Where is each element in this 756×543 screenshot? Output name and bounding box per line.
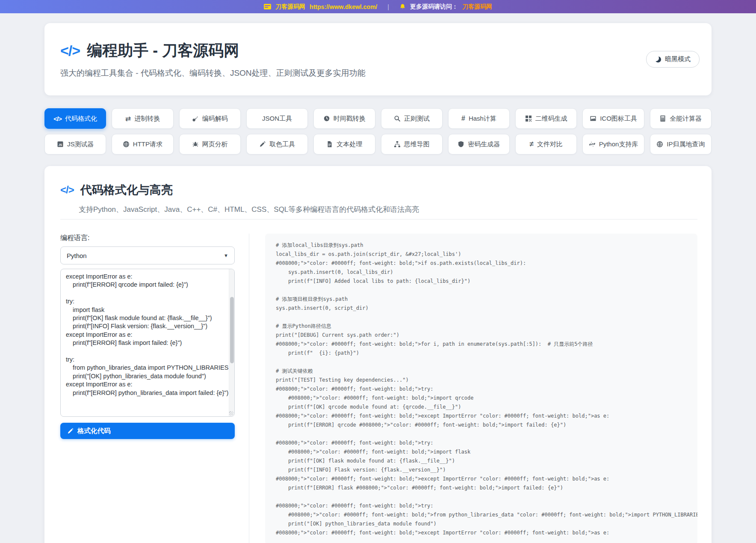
header-card: </> 编程助手 - 刀客源码网 强大的编程工具集合 - 代码格式化、编码转换、… [44, 23, 712, 95]
moon-icon [655, 56, 661, 62]
not-equal-icon: ≠ [530, 140, 534, 148]
tab-file-diff[interactable]: ≠ 文件对比 [515, 134, 577, 154]
tab-color-picker[interactable]: 取色工具 [246, 134, 308, 154]
page-title: 编程助手 - 刀客源码网 [87, 40, 239, 61]
top-banner: 刀客源码网 https://www.dkewl.com/ | 更多源码请访问： … [0, 0, 756, 13]
banner-more-link[interactable]: 刀客源码网 [462, 3, 492, 11]
tab-label: 文件对比 [537, 140, 563, 148]
tab-label: 代码格式化 [65, 115, 97, 123]
dark-mode-label: 暗黑模式 [665, 55, 691, 63]
resize-handle-icon[interactable] [229, 411, 233, 415]
tab-label: 进制转换 [134, 115, 160, 123]
tab-label: 思维导图 [404, 140, 430, 148]
exchange-icon: ⇄ [125, 115, 131, 123]
tab-code-format[interactable]: </> 代码格式化 [44, 108, 106, 129]
banner-site-name: 刀客源码网 [275, 3, 305, 11]
pen-icon [67, 428, 74, 434]
tab-encode-decode[interactable]: 编码解码 [179, 108, 241, 129]
format-code-button[interactable]: 格式化代码 [60, 423, 235, 439]
spider-icon [192, 141, 199, 148]
tab-label: JSON工具 [262, 115, 292, 123]
tab-label: ICO图标工具 [600, 115, 637, 123]
tab-label: JS测试器 [67, 140, 94, 148]
tab-js-tester[interactable]: JS JS测试器 [44, 134, 106, 154]
tab-regex-test[interactable]: 正则测试 [381, 108, 443, 129]
code-input-wrap: except ImportError as e: print(f"[ERROR]… [60, 269, 235, 417]
tab-label: 网页分析 [202, 140, 228, 148]
page-subtitle: 强大的编程工具集合 - 代码格式化、编码转换、JSON处理、正则测试及更多实用功… [60, 68, 366, 79]
tab-hash-calc[interactable]: # Hash计算 [448, 108, 510, 129]
svg-text:JS: JS [59, 143, 62, 146]
sitemap-icon [394, 141, 401, 148]
image-icon [590, 115, 597, 122]
dark-mode-button[interactable]: 暗黑模式 [646, 51, 700, 68]
tool-title: 代码格式化与高亮 [80, 182, 173, 198]
output-column: # 添加local_libs目录到sys.path local_libs_dir… [265, 234, 697, 543]
tab-web-analyze[interactable]: 网页分析 [179, 134, 241, 154]
tab-json-tools[interactable]: JSON工具 [246, 108, 308, 129]
chevron-down-icon: ▼ [224, 253, 228, 258]
formatted-code-output: # 添加local_libs目录到sys.path local_libs_dir… [276, 241, 687, 537]
code-icon: </> [60, 184, 74, 196]
tab-label: 编码解码 [202, 115, 228, 123]
output-panel: # 添加local_libs目录到sys.path local_libs_dir… [265, 234, 697, 543]
editor-column: 编程语言: Python ▼ except ImportError as e: … [60, 234, 235, 543]
eyedropper-icon [259, 141, 266, 148]
tab-qrcode[interactable]: 二维码生成 [515, 108, 577, 129]
tab-label: 取色工具 [269, 140, 295, 148]
tab-label: Python支持库 [599, 140, 638, 148]
vertical-divider [249, 234, 249, 543]
tool-tabs: </> 代码格式化 ⇄ 进制转换 编码解码 JSON工具 时间戳转换 正则测试 … [44, 108, 712, 154]
tab-calculator[interactable]: 全能计算器 [650, 108, 712, 129]
code-input[interactable]: except ImportError as e: print(f"[ERROR]… [60, 269, 235, 417]
scrollbar-thumb[interactable] [230, 297, 234, 363]
language-selected-value: Python [67, 252, 87, 259]
clock-icon [323, 115, 330, 122]
tab-python-libs[interactable]: Python支持库 [582, 134, 644, 154]
language-select[interactable]: Python ▼ [60, 246, 235, 264]
tab-ico-tools[interactable]: ICO图标工具 [582, 108, 644, 129]
globe-alt-icon [656, 141, 663, 148]
shield-icon [458, 141, 464, 148]
hash-icon: # [461, 115, 465, 122]
textarea-scrollbar[interactable] [229, 269, 234, 416]
banner-site-url-link[interactable]: https://www.dkewl.com/ [310, 3, 377, 10]
bell-icon [399, 3, 406, 10]
file-icon [326, 141, 333, 148]
tab-http-request[interactable]: HTTP请求 [112, 134, 173, 154]
format-button-label: 格式化代码 [77, 427, 111, 436]
tab-ip-lookup[interactable]: IP归属地查询 [650, 134, 712, 154]
code-icon: </> [53, 115, 62, 122]
tab-mindmap[interactable]: 思维导图 [381, 134, 443, 154]
tab-label: 正则测试 [404, 115, 430, 123]
banner-separator: | [381, 3, 395, 10]
card-icon [264, 4, 271, 9]
tab-label: Hash计算 [469, 115, 496, 123]
tab-base-convert[interactable]: ⇄ 进制转换 [112, 108, 173, 129]
globe-icon [123, 141, 130, 148]
tab-timestamp[interactable]: 时间戳转换 [313, 108, 375, 129]
python-icon [589, 141, 596, 148]
key-icon [192, 115, 199, 122]
tab-label: IP归属地查询 [667, 140, 705, 148]
tab-label: 全能计算器 [670, 115, 702, 123]
tab-label: HTTP请求 [133, 140, 162, 148]
qrcode-icon [525, 115, 532, 122]
divider [60, 219, 697, 220]
js-icon: JS [57, 141, 64, 148]
tab-label: 密码生成器 [468, 140, 500, 148]
tab-label: 二维码生成 [535, 115, 567, 123]
tool-subtitle: 支持Python、JavaScript、Java、C++、C#、HTML、CSS… [79, 205, 697, 214]
banner-more-text: 更多源码请访问： [410, 3, 458, 11]
tab-label: 文本处理 [337, 140, 362, 148]
search-icon [394, 115, 401, 122]
code-icon: </> [60, 42, 80, 59]
tab-password-gen[interactable]: 密码生成器 [448, 134, 510, 154]
language-label: 编程语言: [60, 234, 235, 243]
tab-label: 时间戳转换 [334, 115, 366, 123]
calculator-icon [659, 115, 666, 122]
code-format-card: </> 代码格式化与高亮 支持Python、JavaScript、Java、C+… [44, 166, 712, 543]
tab-text-process[interactable]: 文本处理 [313, 134, 375, 154]
